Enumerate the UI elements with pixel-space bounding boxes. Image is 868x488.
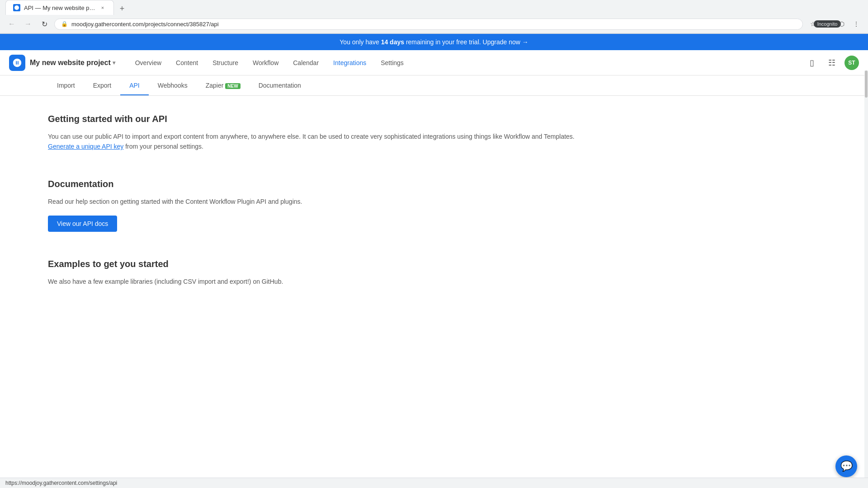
tab-title: API — My new website project — [24, 5, 95, 11]
getting-started-body-text: You can use our public API to import and… — [48, 133, 575, 140]
trial-text-prefix: You only have — [340, 38, 381, 46]
logo-wrap: My new website project ▾ — [9, 55, 115, 71]
tab-close-button[interactable]: × — [99, 4, 106, 11]
app-logo[interactable] — [9, 55, 25, 71]
nav-actions: ☆ Incognito ⬡ ⋮ — [807, 18, 863, 30]
tab-webhooks[interactable]: Webhooks — [149, 75, 197, 95]
browser-chrome: API — My new website project × + ← → ↻ 🔒… — [0, 0, 868, 34]
scrollbar-thumb[interactable] — [865, 70, 868, 98]
tab-import[interactable]: Import — [48, 75, 84, 95]
trial-banner: You only have 14 days remaining in your … — [0, 34, 868, 50]
getting-started-body: You can use our public API to import and… — [48, 131, 585, 152]
examples-section: Examples to get you started We also have… — [48, 259, 585, 286]
address-text: moodjoy.gathercontent.com/projects/conne… — [71, 21, 796, 28]
app-header: My new website project ▾ Overview Conten… — [0, 50, 868, 75]
scrollbar[interactable] — [864, 70, 868, 332]
logo-icon — [12, 58, 22, 68]
documentation-body: Read our help section on getting started… — [48, 197, 585, 206]
profile-button[interactable]: Incognito — [821, 18, 834, 30]
template-icon-button[interactable]: ▯ — [805, 56, 819, 70]
trial-text-suffix: remaining in your free trial. Upgrade no… — [404, 38, 528, 46]
forward-button[interactable]: → — [22, 18, 34, 30]
avatar[interactable]: ST — [844, 56, 859, 70]
tab-favicon — [13, 4, 20, 11]
extensions-button[interactable]: ⬡ — [835, 18, 848, 30]
examples-title: Examples to get you started — [48, 259, 585, 269]
grid-icon-button[interactable]: ☷ — [825, 56, 839, 70]
svg-point-0 — [14, 5, 19, 10]
nav-calendar[interactable]: Calendar — [287, 56, 325, 70]
tab-export[interactable]: Export — [84, 75, 120, 95]
nav-integrations[interactable]: Integrations — [327, 56, 373, 70]
new-tab-button[interactable]: + — [116, 2, 128, 15]
menu-button[interactable]: ⋮ — [850, 18, 863, 30]
tab-documentation[interactable]: Documentation — [250, 75, 310, 95]
documentation-section: Documentation Read our help section on g… — [48, 179, 585, 232]
view-api-docs-button[interactable]: View our API docs — [48, 216, 117, 232]
sub-nav: Import Export API Webhooks ZapierNEW Doc… — [0, 75, 868, 96]
nav-structure[interactable]: Structure — [206, 56, 245, 70]
examples-body: We also have a few example libraries (in… — [48, 277, 585, 286]
getting-started-body-after: from your personal settings. — [125, 143, 203, 150]
main-nav: Overview Content Structure Workflow Cale… — [129, 56, 805, 70]
new-badge: NEW — [225, 83, 240, 89]
address-bar[interactable]: 🔒 moodjoy.gathercontent.com/projects/con… — [54, 19, 803, 30]
tab-zapier[interactable]: ZapierNEW — [197, 75, 250, 95]
nav-content[interactable]: Content — [170, 56, 204, 70]
generate-api-key-link[interactable]: Generate a unique API key — [48, 143, 123, 150]
nav-settings[interactable]: Settings — [374, 56, 410, 70]
project-dropdown-arrow: ▾ — [113, 60, 115, 66]
reload-button[interactable]: ↻ — [38, 18, 51, 30]
trial-days: 14 days — [381, 38, 404, 46]
lock-icon: 🔒 — [61, 21, 68, 27]
getting-started-title: Getting started with our API — [48, 114, 585, 124]
nav-bar: ← → ↻ 🔒 moodjoy.gathercontent.com/projec… — [0, 15, 868, 33]
tab-bar: API — My new website project × + — [0, 0, 868, 15]
header-actions: ▯ ☷ ST — [805, 56, 859, 70]
project-name[interactable]: My new website project ▾ — [30, 59, 115, 67]
documentation-title: Documentation — [48, 179, 585, 189]
getting-started-section: Getting started with our API You can use… — [48, 114, 585, 152]
active-tab[interactable]: API — My new website project × — [5, 0, 114, 15]
tab-api[interactable]: API — [120, 75, 149, 95]
nav-workflow[interactable]: Workflow — [246, 56, 285, 70]
main-content: Getting started with our API You can use… — [0, 96, 633, 332]
back-button[interactable]: ← — [5, 18, 18, 30]
nav-overview[interactable]: Overview — [129, 56, 168, 70]
